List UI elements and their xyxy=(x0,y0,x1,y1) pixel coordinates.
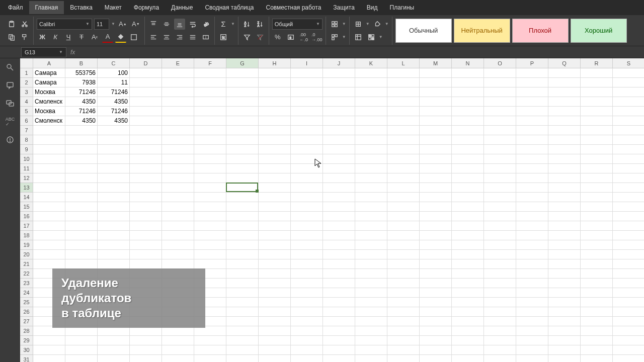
cell-A14[interactable] xyxy=(33,193,65,202)
cell-M12[interactable] xyxy=(420,173,452,183)
cell-S19[interactable] xyxy=(613,240,644,250)
cell-S8[interactable] xyxy=(613,135,644,145)
cell-G22[interactable] xyxy=(226,269,259,279)
cell-I15[interactable] xyxy=(291,202,323,212)
clear-button[interactable] xyxy=(372,19,383,30)
cell-R1[interactable] xyxy=(581,68,613,78)
chevron-down-icon[interactable]: ▼ xyxy=(111,22,115,26)
decrease-decimal-button[interactable]: .00←.0 xyxy=(298,32,309,43)
cell-J28[interactable] xyxy=(323,326,355,336)
bold-button[interactable]: Ж xyxy=(37,32,48,43)
cell-P6[interactable] xyxy=(516,116,548,126)
cell-E5[interactable] xyxy=(162,107,194,116)
cell-J8[interactable] xyxy=(323,135,355,145)
insert-function-button[interactable]: fx xyxy=(218,32,229,43)
cell-I26[interactable] xyxy=(291,307,323,317)
cell-Q6[interactable] xyxy=(548,116,581,126)
align-center-button[interactable] xyxy=(161,32,172,43)
cell-O23[interactable] xyxy=(484,279,516,288)
cell-K28[interactable] xyxy=(355,326,387,336)
align-middle-button[interactable] xyxy=(161,19,172,30)
cell-I24[interactable] xyxy=(291,288,323,298)
cell-P15[interactable] xyxy=(516,202,548,212)
menu-вставка[interactable]: Вставка xyxy=(64,1,99,14)
cell-I17[interactable] xyxy=(291,221,323,231)
cell-C3[interactable]: 71246 xyxy=(98,87,130,97)
cell-G4[interactable] xyxy=(226,97,259,107)
col-header-I[interactable]: I xyxy=(291,58,323,68)
cell-H10[interactable] xyxy=(259,154,291,164)
cell-N20[interactable] xyxy=(452,250,484,259)
cell-K22[interactable] xyxy=(355,269,387,279)
cell-A2[interactable]: Самара xyxy=(33,78,65,87)
cell-G30[interactable] xyxy=(226,345,259,355)
cell-K5[interactable] xyxy=(355,107,387,116)
row-header-19[interactable]: 19 xyxy=(20,240,33,250)
menu-плагины[interactable]: Плагины xyxy=(384,1,421,14)
cell-S20[interactable] xyxy=(613,250,644,259)
cell-B9[interactable] xyxy=(65,145,98,154)
cell-G12[interactable] xyxy=(226,173,259,183)
delete-cells-button[interactable] xyxy=(329,32,340,43)
cell-M26[interactable] xyxy=(420,307,452,317)
cell-D14[interactable] xyxy=(130,193,162,202)
cell-I16[interactable] xyxy=(291,212,323,221)
cell-C16[interactable] xyxy=(98,212,130,221)
cell-B2[interactable]: 7938 xyxy=(65,78,98,87)
col-header-J[interactable]: J xyxy=(323,58,355,68)
cell-D8[interactable] xyxy=(130,135,162,145)
cell-D30[interactable] xyxy=(130,345,162,355)
cell-J9[interactable] xyxy=(323,145,355,154)
sum-button[interactable]: Σ xyxy=(218,19,229,30)
cell-Q4[interactable] xyxy=(548,97,581,107)
cell-M15[interactable] xyxy=(420,202,452,212)
cell-B5[interactable]: 71246 xyxy=(65,107,98,116)
cell-Q31[interactable] xyxy=(548,355,581,362)
cell-B13[interactable] xyxy=(65,183,98,193)
cell-E8[interactable] xyxy=(162,135,194,145)
cell-Q25[interactable] xyxy=(548,298,581,307)
cell-N12[interactable] xyxy=(452,173,484,183)
cell-O12[interactable] xyxy=(484,173,516,183)
cell-I30[interactable] xyxy=(291,345,323,355)
cell-Q5[interactable] xyxy=(548,107,581,116)
cell-I5[interactable] xyxy=(291,107,323,116)
cell-D4[interactable] xyxy=(130,97,162,107)
menu-защита[interactable]: Защита xyxy=(327,1,361,14)
cell-B10[interactable] xyxy=(65,154,98,164)
cell-O11[interactable] xyxy=(484,164,516,173)
cell-R12[interactable] xyxy=(581,173,613,183)
cell-C12[interactable] xyxy=(98,173,130,183)
cell-Q28[interactable] xyxy=(548,326,581,336)
cell-L20[interactable] xyxy=(387,250,420,259)
cell-S16[interactable] xyxy=(613,212,644,221)
cell-I7[interactable] xyxy=(291,126,323,135)
row-header-2[interactable]: 2 xyxy=(20,78,33,87)
row-header-26[interactable]: 26 xyxy=(20,307,33,317)
cell-G11[interactable] xyxy=(226,164,259,173)
cell-C18[interactable] xyxy=(98,231,130,240)
cell-K31[interactable] xyxy=(355,355,387,362)
cell-K23[interactable] xyxy=(355,279,387,288)
cell-P18[interactable] xyxy=(516,231,548,240)
cell-L21[interactable] xyxy=(387,259,420,269)
cell-E9[interactable] xyxy=(162,145,194,154)
cell-K7[interactable] xyxy=(355,126,387,135)
cell-G19[interactable] xyxy=(226,240,259,250)
row-header-16[interactable]: 16 xyxy=(20,212,33,221)
cell-D10[interactable] xyxy=(130,154,162,164)
cell-F11[interactable] xyxy=(194,164,226,173)
cell-S13[interactable] xyxy=(613,183,644,193)
cell-J6[interactable] xyxy=(323,116,355,126)
cell-Q17[interactable] xyxy=(548,221,581,231)
percent-button[interactable]: % xyxy=(272,32,283,43)
cell-styles-button[interactable] xyxy=(366,32,377,43)
cell-C6[interactable]: 4350 xyxy=(98,116,130,126)
cell-F31[interactable] xyxy=(194,355,226,362)
cell-Q3[interactable] xyxy=(548,87,581,97)
cell-F19[interactable] xyxy=(194,240,226,250)
cell-B16[interactable] xyxy=(65,212,98,221)
cell-N8[interactable] xyxy=(452,135,484,145)
cell-S31[interactable] xyxy=(613,355,644,362)
col-header-R[interactable]: R xyxy=(581,58,613,68)
